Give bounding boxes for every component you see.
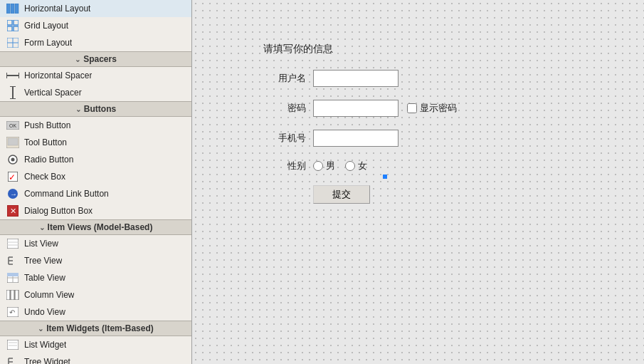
sidebar-item-label: Vertical Spacer xyxy=(24,88,82,98)
gender-label: 性别 xyxy=(263,160,306,172)
sidebar-item-tree-view[interactable]: Tree View xyxy=(0,252,191,269)
sidebar-item-label: Column View xyxy=(24,290,74,300)
dialogbox-icon: ✕ xyxy=(6,204,20,218)
chevron-icon: ⌄ xyxy=(75,56,80,63)
submit-button[interactable]: 提交 xyxy=(313,185,370,204)
gender-row: 性别 男 女 xyxy=(263,160,457,172)
sidebar-item-dialog-button-box[interactable]: ✕ Dialog Button Box xyxy=(0,202,191,219)
hlayout-icon xyxy=(6,1,20,16)
sidebar-item-tool-button[interactable]: Tool Button xyxy=(0,134,191,151)
show-password-label: 显示密码 xyxy=(420,102,457,115)
svg-rect-1 xyxy=(11,4,14,14)
sidebar-item-command-link-button[interactable]: → Command Link Button xyxy=(0,185,191,202)
sidebar-item-label: Table View xyxy=(24,273,65,283)
sidebar-item-column-view[interactable]: Column View xyxy=(0,286,191,303)
svg-rect-2 xyxy=(15,4,19,14)
password-input[interactable] xyxy=(313,100,398,117)
password-row: 密码 显示密码 xyxy=(263,100,457,117)
sidebar-item-label: Command Link Button xyxy=(24,189,109,199)
gender-female-radio[interactable] xyxy=(345,161,355,171)
gender-female-label: 女 xyxy=(358,160,367,172)
sidebar-item-label: Dialog Button Box xyxy=(24,206,93,216)
svg-rect-6 xyxy=(14,26,19,31)
form-icon xyxy=(6,36,20,50)
sidebar-item-label: Undo View xyxy=(24,307,65,317)
sidebar-item-label: Check Box xyxy=(24,172,65,182)
phone-label: 手机号 xyxy=(263,132,306,145)
sidebar-item-vertical-spacer[interactable]: Vertical Spacer xyxy=(0,84,191,101)
sidebar-item-horizontal-spacer[interactable]: Horizontal Spacer xyxy=(0,67,191,84)
password-label: 密码 xyxy=(263,102,306,115)
svg-text:✕: ✕ xyxy=(10,207,16,215)
sidebar-item-push-button[interactable]: OK Push Button xyxy=(0,117,191,134)
sidebar-item-list-widget[interactable]: List Widget xyxy=(0,336,191,353)
sidebar-item-label: Radio Button xyxy=(24,155,73,165)
show-password-checkbox[interactable] xyxy=(407,103,417,113)
svg-rect-41 xyxy=(15,290,19,300)
chevron-icon: ⌄ xyxy=(39,224,45,232)
undoview-icon: ↶ xyxy=(6,305,20,319)
sidebar-item-radio-button[interactable]: Radio Button xyxy=(0,151,191,168)
gender-male-label: 男 xyxy=(326,160,335,172)
svg-rect-40 xyxy=(11,290,14,300)
sidebar-item-label: Tree Widget xyxy=(24,357,70,364)
sidebar-item-list-view[interactable]: List View xyxy=(0,235,191,252)
svg-rect-19 xyxy=(8,138,18,145)
sidebar-item-label: List Widget xyxy=(24,340,66,350)
main-canvas: 请填写你的信息 用户名 密码 显示密码 手机号 性别 xyxy=(192,0,644,364)
sidebar: Horizontal Layout Grid Layout Form Layou… xyxy=(0,0,192,364)
radiobutton-icon xyxy=(6,152,20,167)
username-label: 用户名 xyxy=(263,72,306,85)
spacers-section-header: ⌄ Spacers xyxy=(0,51,191,67)
svg-text:OK: OK xyxy=(9,123,16,128)
treeview-icon xyxy=(6,254,20,268)
form-panel: 请填写你的信息 用户名 密码 显示密码 手机号 性别 xyxy=(263,43,457,204)
sidebar-item-label: Horizontal Layout xyxy=(24,4,90,14)
sidebar-item-grid-layout[interactable]: Grid Layout xyxy=(0,17,191,34)
sidebar-item-undo-view[interactable]: ↶ Undo View xyxy=(0,303,191,321)
svg-rect-28 xyxy=(7,239,19,249)
listview-icon xyxy=(6,236,20,251)
gender-female-option: 女 xyxy=(345,160,367,172)
sidebar-item-label: List View xyxy=(24,239,58,249)
svg-rect-44 xyxy=(7,340,19,350)
sidebar-item-table-view[interactable]: Table View xyxy=(0,269,191,286)
buttons-section-header: ⌄ Buttons xyxy=(0,101,191,117)
username-input[interactable] xyxy=(313,70,398,87)
grid-icon xyxy=(6,19,20,33)
columnview-icon xyxy=(6,288,20,302)
svg-text:→: → xyxy=(10,190,17,198)
sidebar-item-label: Horizontal Spacer xyxy=(24,71,92,80)
sidebar-item-label: Tool Button xyxy=(24,137,67,147)
sidebar-item-tree-widget[interactable]: Tree Widget xyxy=(0,353,191,364)
gender-radio-group: 男 女 xyxy=(313,160,367,172)
sidebar-item-label: Grid Layout xyxy=(24,21,68,31)
svg-rect-5 xyxy=(7,26,12,31)
svg-point-21 xyxy=(11,158,15,162)
phone-row: 手机号 xyxy=(263,130,457,147)
item-widgets-section-header: ⌄ Item Widgets (Item-Based) xyxy=(0,321,191,336)
form-title: 请填写你的信息 xyxy=(263,43,457,56)
vspacer-icon xyxy=(6,85,20,100)
svg-text:↶: ↶ xyxy=(9,308,15,316)
sidebar-item-horizontal-layout[interactable]: Horizontal Layout xyxy=(0,0,191,17)
sidebar-item-label: Tree View xyxy=(24,256,62,266)
sidebar-item-label: Form Layout xyxy=(24,38,72,48)
password-field-group: 显示密码 xyxy=(313,100,457,117)
sidebar-item-check-box[interactable]: ✓ Check Box xyxy=(0,168,191,185)
svg-rect-3 xyxy=(7,20,12,25)
pushbutton-icon: OK xyxy=(6,118,20,132)
listwidget-icon xyxy=(6,338,20,352)
item-views-section-header: ⌄ Item Views (Model-Based) xyxy=(0,219,191,235)
sidebar-item-form-layout[interactable]: Form Layout xyxy=(0,34,191,51)
username-row: 用户名 xyxy=(263,70,457,87)
show-password-group: 显示密码 xyxy=(407,102,457,115)
gender-male-radio[interactable] xyxy=(313,161,323,171)
treewidget-icon xyxy=(6,355,20,364)
svg-rect-39 xyxy=(6,290,10,300)
svg-rect-38 xyxy=(7,273,19,276)
phone-input[interactable] xyxy=(313,130,398,147)
chevron-icon: ⌄ xyxy=(75,105,81,113)
svg-rect-4 xyxy=(14,20,19,25)
svg-rect-0 xyxy=(6,4,10,14)
